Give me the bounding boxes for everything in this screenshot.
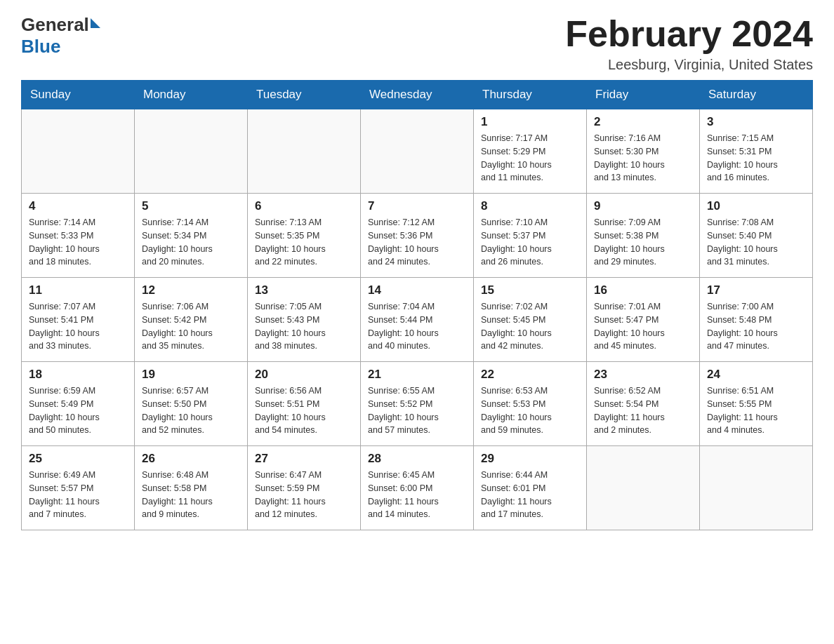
day-info: Sunrise: 7:10 AM Sunset: 5:37 PM Dayligh…	[481, 216, 579, 269]
day-number: 21	[368, 368, 466, 382]
header-wednesday: Wednesday	[361, 81, 474, 109]
day-number: 23	[594, 368, 692, 382]
calendar-cell: 24Sunrise: 6:51 AM Sunset: 5:55 PM Dayli…	[700, 362, 813, 446]
day-info: Sunrise: 6:44 AM Sunset: 6:01 PM Dayligh…	[481, 469, 579, 521]
header-monday: Monday	[135, 81, 248, 109]
day-number: 5	[142, 199, 240, 213]
calendar-cell: 26Sunrise: 6:48 AM Sunset: 5:58 PM Dayli…	[135, 446, 248, 530]
day-number: 7	[368, 199, 466, 213]
day-number: 26	[142, 452, 240, 466]
day-number: 14	[368, 283, 466, 297]
calendar-cell: 14Sunrise: 7:04 AM Sunset: 5:44 PM Dayli…	[361, 278, 474, 362]
day-number: 19	[142, 368, 240, 382]
day-info: Sunrise: 6:53 AM Sunset: 5:53 PM Dayligh…	[481, 384, 579, 437]
day-info: Sunrise: 7:04 AM Sunset: 5:44 PM Dayligh…	[368, 300, 466, 353]
day-number: 20	[255, 368, 353, 382]
header-sunday: Sunday	[22, 81, 135, 109]
day-info: Sunrise: 7:08 AM Sunset: 5:40 PM Dayligh…	[707, 216, 805, 269]
day-number: 12	[142, 283, 240, 297]
day-info: Sunrise: 7:02 AM Sunset: 5:45 PM Dayligh…	[481, 300, 579, 353]
day-info: Sunrise: 7:14 AM Sunset: 5:33 PM Dayligh…	[29, 216, 127, 269]
day-info: Sunrise: 7:01 AM Sunset: 5:47 PM Dayligh…	[594, 300, 692, 353]
calendar-cell: 11Sunrise: 7:07 AM Sunset: 5:41 PM Dayli…	[22, 278, 135, 362]
calendar-cell: 6Sunrise: 7:13 AM Sunset: 5:35 PM Daylig…	[248, 194, 361, 278]
calendar-cell: 17Sunrise: 7:00 AM Sunset: 5:48 PM Dayli…	[700, 278, 813, 362]
day-number: 18	[29, 368, 127, 382]
day-info: Sunrise: 7:05 AM Sunset: 5:43 PM Dayligh…	[255, 300, 353, 353]
calendar-cell: 12Sunrise: 7:06 AM Sunset: 5:42 PM Dayli…	[135, 278, 248, 362]
calendar-cell: 4Sunrise: 7:14 AM Sunset: 5:33 PM Daylig…	[22, 194, 135, 278]
day-number: 13	[255, 283, 353, 297]
calendar-cell: 1Sunrise: 7:17 AM Sunset: 5:29 PM Daylig…	[474, 109, 587, 194]
calendar-week-5: 25Sunrise: 6:49 AM Sunset: 5:57 PM Dayli…	[22, 446, 813, 530]
calendar-header-row: SundayMondayTuesdayWednesdayThursdayFrid…	[22, 81, 813, 109]
calendar-week-2: 4Sunrise: 7:14 AM Sunset: 5:33 PM Daylig…	[22, 194, 813, 278]
day-info: Sunrise: 6:59 AM Sunset: 5:49 PM Dayligh…	[29, 384, 127, 437]
calendar-table: SundayMondayTuesdayWednesdayThursdayFrid…	[21, 80, 813, 530]
calendar-cell	[587, 446, 700, 530]
calendar-week-3: 11Sunrise: 7:07 AM Sunset: 5:41 PM Dayli…	[22, 278, 813, 362]
day-info: Sunrise: 6:45 AM Sunset: 6:00 PM Dayligh…	[368, 469, 466, 521]
day-info: Sunrise: 6:51 AM Sunset: 5:55 PM Dayligh…	[707, 384, 805, 437]
day-info: Sunrise: 6:48 AM Sunset: 5:58 PM Dayligh…	[142, 469, 240, 521]
day-info: Sunrise: 6:52 AM Sunset: 5:54 PM Dayligh…	[594, 384, 692, 437]
day-info: Sunrise: 6:55 AM Sunset: 5:52 PM Dayligh…	[368, 384, 466, 437]
day-info: Sunrise: 7:17 AM Sunset: 5:29 PM Dayligh…	[481, 132, 579, 185]
day-number: 27	[255, 452, 353, 466]
day-info: Sunrise: 6:47 AM Sunset: 5:59 PM Dayligh…	[255, 469, 353, 521]
logo-arrow-icon	[91, 18, 100, 28]
header-friday: Friday	[587, 81, 700, 109]
page-header: General Blue February 2024 Leesburg, Vir…	[21, 14, 813, 73]
logo-general-text: General	[21, 14, 89, 36]
day-number: 28	[368, 452, 466, 466]
day-info: Sunrise: 7:14 AM Sunset: 5:34 PM Dayligh…	[142, 216, 240, 269]
calendar-cell: 16Sunrise: 7:01 AM Sunset: 5:47 PM Dayli…	[587, 278, 700, 362]
day-info: Sunrise: 7:12 AM Sunset: 5:36 PM Dayligh…	[368, 216, 466, 269]
day-info: Sunrise: 7:15 AM Sunset: 5:31 PM Dayligh…	[707, 132, 805, 185]
day-number: 9	[594, 199, 692, 213]
day-number: 11	[29, 283, 127, 297]
calendar-cell: 7Sunrise: 7:12 AM Sunset: 5:36 PM Daylig…	[361, 194, 474, 278]
calendar-cell	[700, 446, 813, 530]
day-number: 4	[29, 199, 127, 213]
day-number: 6	[255, 199, 353, 213]
day-number: 15	[481, 283, 579, 297]
day-number: 17	[707, 283, 805, 297]
day-number: 1	[481, 115, 579, 129]
day-number: 10	[707, 199, 805, 213]
calendar-cell: 20Sunrise: 6:56 AM Sunset: 5:51 PM Dayli…	[248, 362, 361, 446]
calendar-week-4: 18Sunrise: 6:59 AM Sunset: 5:49 PM Dayli…	[22, 362, 813, 446]
header-tuesday: Tuesday	[248, 81, 361, 109]
day-number: 2	[594, 115, 692, 129]
header-saturday: Saturday	[700, 81, 813, 109]
calendar-cell: 15Sunrise: 7:02 AM Sunset: 5:45 PM Dayli…	[474, 278, 587, 362]
title-section: February 2024 Leesburg, Virginia, United…	[565, 14, 813, 73]
day-number: 8	[481, 199, 579, 213]
calendar-cell: 21Sunrise: 6:55 AM Sunset: 5:52 PM Dayli…	[361, 362, 474, 446]
day-number: 25	[29, 452, 127, 466]
day-number: 3	[707, 115, 805, 129]
header-thursday: Thursday	[474, 81, 587, 109]
calendar-cell: 5Sunrise: 7:14 AM Sunset: 5:34 PM Daylig…	[135, 194, 248, 278]
day-info: Sunrise: 7:00 AM Sunset: 5:48 PM Dayligh…	[707, 300, 805, 353]
calendar-cell: 3Sunrise: 7:15 AM Sunset: 5:31 PM Daylig…	[700, 109, 813, 194]
calendar-cell: 2Sunrise: 7:16 AM Sunset: 5:30 PM Daylig…	[587, 109, 700, 194]
calendar-cell: 22Sunrise: 6:53 AM Sunset: 5:53 PM Dayli…	[474, 362, 587, 446]
calendar-cell	[135, 109, 248, 194]
month-title: February 2024	[565, 14, 813, 54]
day-info: Sunrise: 6:56 AM Sunset: 5:51 PM Dayligh…	[255, 384, 353, 437]
calendar-cell: 9Sunrise: 7:09 AM Sunset: 5:38 PM Daylig…	[587, 194, 700, 278]
calendar-cell: 27Sunrise: 6:47 AM Sunset: 5:59 PM Dayli…	[248, 446, 361, 530]
logo-blue-text: Blue	[21, 36, 60, 57]
calendar-week-1: 1Sunrise: 7:17 AM Sunset: 5:29 PM Daylig…	[22, 109, 813, 194]
calendar-cell	[22, 109, 135, 194]
calendar-cell: 25Sunrise: 6:49 AM Sunset: 5:57 PM Dayli…	[22, 446, 135, 530]
calendar-cell: 29Sunrise: 6:44 AM Sunset: 6:01 PM Dayli…	[474, 446, 587, 530]
calendar-cell: 10Sunrise: 7:08 AM Sunset: 5:40 PM Dayli…	[700, 194, 813, 278]
day-info: Sunrise: 7:06 AM Sunset: 5:42 PM Dayligh…	[142, 300, 240, 353]
calendar-cell: 8Sunrise: 7:10 AM Sunset: 5:37 PM Daylig…	[474, 194, 587, 278]
calendar-cell: 28Sunrise: 6:45 AM Sunset: 6:00 PM Dayli…	[361, 446, 474, 530]
calendar-cell	[248, 109, 361, 194]
calendar-cell: 19Sunrise: 6:57 AM Sunset: 5:50 PM Dayli…	[135, 362, 248, 446]
calendar-cell: 13Sunrise: 7:05 AM Sunset: 5:43 PM Dayli…	[248, 278, 361, 362]
